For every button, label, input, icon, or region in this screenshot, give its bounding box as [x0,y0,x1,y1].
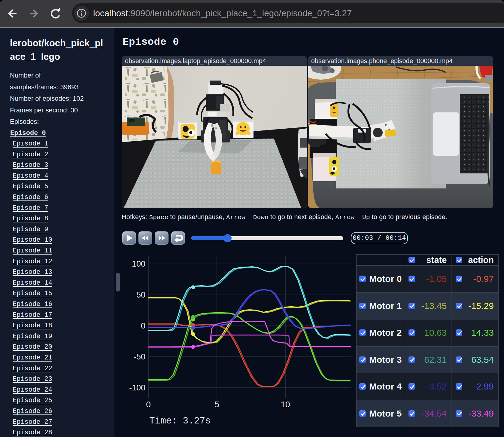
svg-text:Time: 3.27s: Time: 3.27s [149,416,211,426]
svg-text:observation.images.phone_episo: observation.images.phone_episode_000000.… [311,57,453,65]
svg-text:5: 5 [214,400,219,409]
svg-text:-100: -100 [129,383,145,392]
svg-text:100: 100 [132,259,145,268]
svg-text:0: 0 [141,321,145,330]
svg-text:-50: -50 [134,352,145,361]
svg-text:10: 10 [281,400,290,409]
svg-text:observation.images.laptop_epis: observation.images.laptop_episode_000000… [125,57,266,65]
svg-text:50: 50 [136,290,145,299]
svg-text:0: 0 [146,400,151,409]
